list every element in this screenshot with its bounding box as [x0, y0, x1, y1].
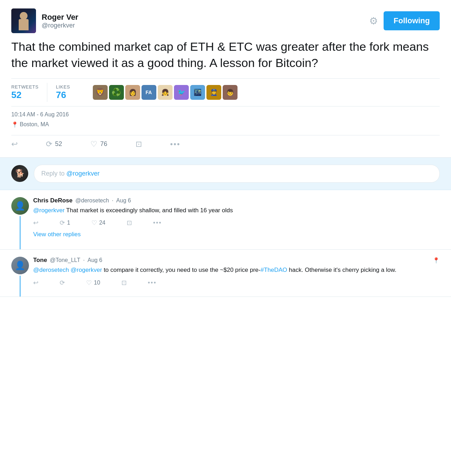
reply-content-tone: Tone @Tone_LLT · Aug 6 📍 @derosetech @ro…: [33, 257, 440, 297]
liker-avatar[interactable]: 🐦: [174, 85, 189, 100]
reply-tweet-2: 👤 Tone @Tone_LLT · Aug 6 📍 @derosetech @…: [0, 250, 451, 297]
retweet-icon: ⟳: [46, 140, 52, 149]
thread-line-2: [20, 276, 20, 297]
media-icon-chris[interactable]: ⊡: [127, 219, 132, 227]
more-icon-chris[interactable]: •••: [153, 219, 162, 227]
current-user-avatar: 🐕: [11, 165, 28, 182]
view-other-replies[interactable]: View other replies: [33, 231, 81, 238]
reply-display-name-chris[interactable]: Chris DeRose: [33, 197, 72, 204]
reply-header-tone: Tone @Tone_LLT · Aug 6 📍: [33, 257, 440, 264]
location-pin-reply-icon: 📍: [433, 257, 440, 264]
liker-avatar[interactable]: 👦: [223, 85, 237, 100]
liker-avatar[interactable]: 🦁: [93, 85, 108, 100]
tweet-header: Roger Ver @rogerkver ⚙ Following: [11, 8, 440, 33]
reply-hashtag-dao[interactable]: #TheDAO: [260, 267, 287, 273]
tweet-location: 📍 Boston, MA: [11, 121, 440, 128]
like-count-tone: 10: [94, 280, 100, 286]
retweets-label: RETWEETS: [11, 84, 38, 90]
liker-avatar[interactable]: 👮: [206, 85, 221, 100]
thread-line: [20, 216, 20, 250]
user-info: Roger Ver @rogerkver: [11, 8, 78, 33]
reply-icon: ↩: [11, 140, 18, 149]
media-action[interactable]: ⊡: [136, 140, 142, 149]
tweet-actions: ↩ ⟳ 52 ♡ 76 ⊡ •••: [11, 135, 440, 157]
media-icon-tone[interactable]: ⊡: [121, 279, 127, 287]
likes-stat: LIKES 76: [56, 83, 78, 102]
reply-text-chris: @rogerkver That market is exceedingly sh…: [33, 206, 440, 215]
likes-label: LIKES: [56, 84, 70, 90]
reply-action[interactable]: ↩: [11, 140, 18, 149]
retweets-count: 52: [11, 90, 38, 100]
like-action[interactable]: ♡ 76: [90, 140, 107, 149]
retweets-stat: RETWEETS 52: [11, 83, 47, 102]
like-icon-chris[interactable]: ♡ 24: [91, 219, 106, 227]
more-icon: •••: [170, 140, 180, 149]
reply-body-tone-2: hack. Otherwise it's cherry picking a lo…: [287, 267, 396, 273]
like-count: 76: [100, 140, 107, 148]
user-names: Roger Ver @rogerkver: [42, 13, 78, 29]
reply-area: 🐕 Reply to @rogerkver: [0, 158, 451, 190]
location-pin-icon: 📍: [11, 121, 18, 128]
reply-username-tone[interactable]: @Tone_LLT: [50, 257, 80, 263]
reply-time-tone: Aug 6: [88, 257, 102, 263]
reply-display-name-tone[interactable]: Tone: [33, 257, 47, 264]
liker-avatar[interactable]: FA: [142, 85, 156, 100]
more-action[interactable]: •••: [170, 140, 180, 149]
display-name[interactable]: Roger Ver: [42, 13, 78, 22]
reply-tweet-1: 👤 Chris DeRose @derosetech · Aug 6 @roge…: [0, 190, 451, 250]
like-icon: ♡: [90, 140, 97, 149]
reply-content-chris: Chris DeRose @derosetech · Aug 6 @rogerk…: [33, 197, 440, 250]
tweet-timestamp: 10:14 AM - 6 Aug 2016: [11, 111, 440, 118]
retweet-icon-chris[interactable]: ⟳ 1: [60, 219, 70, 227]
reply-left-col: 👤: [11, 197, 29, 250]
more-icon-tone[interactable]: •••: [148, 279, 157, 287]
like-count-chris: 24: [99, 220, 106, 226]
gear-icon[interactable]: ⚙: [369, 15, 378, 27]
reply-icon-tone[interactable]: ↩: [33, 279, 38, 287]
user-avatar[interactable]: [11, 8, 36, 33]
reply-mention: @rogerkver: [66, 170, 100, 177]
reply-avatar-chris[interactable]: 👤: [11, 197, 29, 215]
reply-time-chris: Aug 6: [116, 197, 131, 204]
reply-body-chris: That market is exceedingly shallow, and …: [65, 207, 233, 214]
replies-section: 👤 Chris DeRose @derosetech · Aug 6 @roge…: [0, 190, 451, 297]
retweet-action[interactable]: ⟳ 52: [46, 140, 62, 149]
like-icon-tone[interactable]: ♡ 10: [86, 279, 100, 287]
tweet-stats-bar: RETWEETS 52 LIKES 76 🦁 ♻️ 👩 FA 👧 🐦 🌃 👮 👦: [11, 78, 440, 106]
header-actions: ⚙ Following: [369, 11, 440, 30]
location-text: Boston, MA: [20, 121, 49, 128]
reply-mention-chris[interactable]: @rogerkver: [33, 207, 65, 214]
username[interactable]: @rogerkver: [42, 22, 78, 29]
tweet-meta: 10:14 AM - 6 Aug 2016 📍 Boston, MA: [11, 106, 440, 131]
main-tweet-card: Roger Ver @rogerkver ⚙ Following That th…: [0, 0, 451, 158]
tweet-text: That the combined market cap of ETH & ET…: [11, 39, 440, 71]
reply-mention-tone-1[interactable]: @derosetech @rogerkver: [33, 267, 102, 273]
reply-dot-2: ·: [83, 257, 85, 263]
reply-input[interactable]: Reply to @rogerkver: [34, 165, 440, 183]
reply-text-tone: @derosetech @rogerkver to compare it cor…: [33, 266, 440, 275]
retweet-count: 52: [55, 140, 62, 148]
retweet-count-chris: 1: [67, 220, 70, 226]
reply-actions-chris: ↩ ⟳ 1 ♡ 24 ⊡ •••: [33, 219, 440, 227]
follow-button[interactable]: Following: [384, 11, 440, 30]
likers-avatars: 🦁 ♻️ 👩 FA 👧 🐦 🌃 👮 👦: [87, 83, 440, 102]
reply-header-chris: Chris DeRose @derosetech · Aug 6: [33, 197, 440, 204]
liker-avatar[interactable]: ♻️: [109, 85, 124, 100]
likes-count: 76: [56, 90, 70, 100]
retweet-icon-tone[interactable]: ⟳: [60, 279, 65, 287]
liker-avatar[interactable]: 👧: [158, 85, 173, 100]
reply-icon-chris[interactable]: ↩: [33, 219, 38, 227]
reply-left-col-2: 👤: [11, 257, 29, 297]
liker-avatar[interactable]: 👩: [125, 85, 140, 100]
liker-avatar[interactable]: 🌃: [190, 85, 205, 100]
media-icon: ⊡: [136, 140, 142, 149]
reply-body-tone: to compare it correctly, you need to use…: [102, 267, 260, 273]
reply-dot: ·: [112, 197, 113, 204]
reply-username-chris[interactable]: @derosetech: [75, 197, 109, 204]
reply-actions-tone: ↩ ⟳ ♡ 10 ⊡ •••: [33, 279, 440, 287]
reply-avatar-tone[interactable]: 👤: [11, 257, 29, 274]
reply-placeholder-prefix: Reply to: [41, 170, 66, 177]
